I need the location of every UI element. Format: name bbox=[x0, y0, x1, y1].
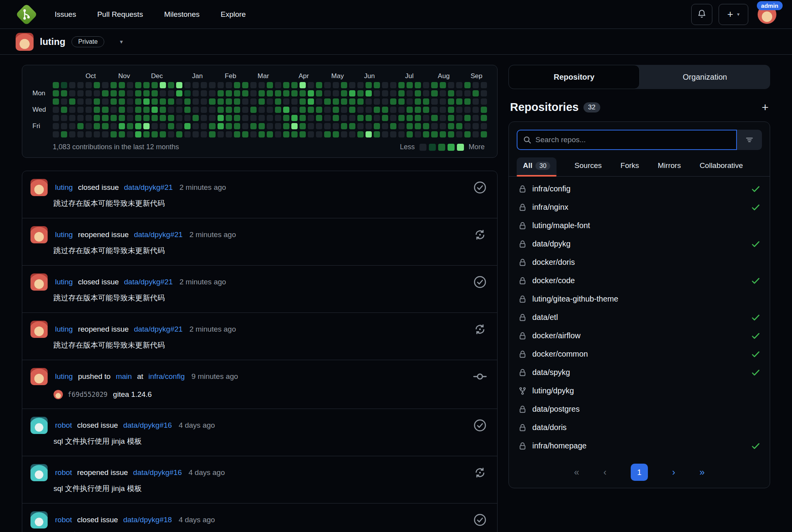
repo-link[interactable]: data/dpykg#21 bbox=[134, 230, 183, 239]
nav-link-explore[interactable]: Explore bbox=[221, 10, 246, 19]
add-repository-button[interactable]: + bbox=[762, 102, 769, 113]
heatmap-cell bbox=[184, 115, 191, 121]
user-avatar[interactable] bbox=[30, 179, 48, 196]
nav-link-issues[interactable]: Issues bbox=[55, 10, 76, 19]
repo-link[interactable]: data/dpykg#18 bbox=[123, 516, 172, 524]
heatmap-cell bbox=[77, 90, 84, 96]
pagination-prev-icon[interactable]: ‹ bbox=[603, 467, 606, 478]
heatmap-cell bbox=[119, 82, 125, 88]
commit-hash[interactable]: f69d552029 bbox=[68, 391, 107, 398]
switcher-tab-organization[interactable]: Organization bbox=[640, 65, 770, 89]
repo-link[interactable]: infra/config bbox=[532, 184, 571, 193]
heatmap-cell bbox=[201, 123, 207, 129]
repo-link[interactable]: data/dpykg#21 bbox=[124, 183, 173, 191]
repo-link[interactable]: data/postgres bbox=[532, 405, 580, 414]
user-avatar[interactable] bbox=[30, 368, 48, 385]
chevron-down-icon[interactable]: ▾ bbox=[120, 38, 123, 45]
repo-link[interactable]: luting/dpykg bbox=[532, 386, 574, 395]
user-link[interactable]: luting bbox=[55, 278, 73, 286]
nav-link-milestones[interactable]: Milestones bbox=[164, 10, 200, 19]
heatmap-cell bbox=[184, 107, 191, 113]
repo-link[interactable]: docker/common bbox=[532, 350, 588, 359]
repo-row[interactable]: luting/maple-font bbox=[509, 216, 770, 235]
pagination-last-icon[interactable]: » bbox=[699, 467, 705, 478]
user-link[interactable]: robot bbox=[55, 421, 72, 429]
repo-row[interactable]: luting/gitea-github-theme bbox=[509, 290, 770, 308]
user-link[interactable]: robot bbox=[55, 468, 72, 477]
user-link[interactable]: luting bbox=[55, 372, 73, 380]
user-avatar[interactable] bbox=[30, 417, 48, 434]
repo-link[interactable]: infra/homepage bbox=[532, 441, 587, 450]
repo-row[interactable]: data/spykg bbox=[509, 363, 770, 382]
repo-link[interactable]: data/dpykg#16 bbox=[123, 421, 172, 429]
repo-link[interactable]: data/dpykg#21 bbox=[124, 278, 173, 286]
user-menu[interactable]: admin bbox=[758, 5, 776, 24]
repo-row[interactable]: data/postgres bbox=[509, 400, 770, 418]
heatmap-cell bbox=[423, 98, 429, 105]
user-avatar[interactable] bbox=[30, 226, 48, 243]
notifications-button[interactable] bbox=[691, 4, 712, 25]
filter-tab-collaborative[interactable]: Collaborative bbox=[699, 157, 744, 176]
repo-filter-button[interactable] bbox=[737, 130, 762, 150]
repo-link[interactable]: docker/doris bbox=[532, 258, 575, 267]
repo-row[interactable]: docker/doris bbox=[509, 253, 770, 271]
repo-row[interactable]: docker/common bbox=[509, 345, 770, 363]
user-link[interactable]: luting bbox=[55, 230, 73, 239]
repo-row[interactable]: docker/code bbox=[509, 271, 770, 290]
heatmap-cell bbox=[308, 107, 314, 113]
repo-row[interactable]: infra/nginx bbox=[509, 198, 770, 216]
repo-row[interactable]: infra/homepage bbox=[509, 437, 770, 455]
user-link[interactable]: robot bbox=[55, 516, 72, 524]
repo-link[interactable]: data/dpykg#21 bbox=[134, 325, 183, 333]
user-link[interactable]: luting bbox=[55, 325, 73, 333]
avatar[interactable] bbox=[16, 33, 34, 51]
heatmap-cell bbox=[415, 123, 421, 129]
repo-row[interactable]: infra/config bbox=[509, 180, 770, 198]
branch-link[interactable]: main bbox=[116, 372, 132, 380]
repo-row[interactable]: data/etl bbox=[509, 308, 770, 327]
repo-link[interactable]: docker/airflow bbox=[532, 331, 580, 340]
filter-tab-sources[interactable]: Sources bbox=[574, 157, 603, 176]
heatmap-cell bbox=[102, 90, 108, 96]
repo-link[interactable]: infra/nginx bbox=[532, 203, 568, 212]
repo-link[interactable]: luting/maple-font bbox=[532, 221, 590, 230]
nav-link-pull-requests[interactable]: Pull Requests bbox=[97, 10, 143, 19]
heatmap-cell bbox=[77, 82, 84, 88]
commit-author-avatar[interactable] bbox=[54, 390, 63, 399]
repo-link[interactable]: infra/config bbox=[148, 372, 185, 380]
switcher-tab-repository[interactable]: Repository bbox=[508, 65, 640, 89]
heatmap-cell bbox=[423, 107, 429, 113]
repo-row[interactable]: data/doris bbox=[509, 418, 770, 437]
pagination-first-icon[interactable]: « bbox=[574, 467, 579, 478]
filter-tab-all[interactable]: All30 bbox=[517, 157, 557, 176]
pagination-current-page[interactable]: 1 bbox=[631, 464, 648, 481]
user-avatar[interactable] bbox=[30, 511, 48, 528]
gitea-logo[interactable] bbox=[16, 4, 37, 25]
user-avatar[interactable] bbox=[30, 321, 48, 338]
heatmap-cell bbox=[357, 90, 364, 96]
user-avatar[interactable] bbox=[30, 464, 48, 481]
user-link[interactable]: luting bbox=[55, 183, 73, 191]
repo-link[interactable]: docker/code bbox=[532, 276, 575, 285]
heatmap-cell bbox=[184, 98, 191, 105]
repo-row[interactable]: data/dpykg bbox=[509, 235, 770, 253]
heatmap-cell bbox=[168, 131, 174, 137]
repo-link[interactable]: data/spykg bbox=[532, 368, 570, 377]
filter-tab-mirrors[interactable]: Mirrors bbox=[657, 157, 681, 176]
repo-search-input[interactable] bbox=[535, 136, 731, 144]
filter-tab-forks[interactable]: Forks bbox=[620, 157, 640, 176]
pagination-next-icon[interactable]: › bbox=[672, 467, 675, 478]
repo-link[interactable]: data/dpykg bbox=[532, 239, 571, 248]
heatmap-cell bbox=[374, 90, 380, 96]
check-icon bbox=[751, 203, 760, 212]
repo-link[interactable]: data/etl bbox=[532, 313, 558, 322]
filter-label: Forks bbox=[621, 161, 639, 170]
create-new-button[interactable]: + ▾ bbox=[719, 4, 748, 25]
repo-row[interactable]: docker/airflow bbox=[509, 327, 770, 345]
repo-row[interactable]: luting/dpykg bbox=[509, 382, 770, 400]
user-avatar[interactable] bbox=[30, 273, 48, 291]
repo-link[interactable]: luting/gitea-github-theme bbox=[532, 295, 618, 303]
repo-link[interactable]: data/doris bbox=[532, 423, 567, 432]
repo-link[interactable]: data/dpykg#16 bbox=[133, 468, 182, 477]
username[interactable]: luting bbox=[40, 36, 65, 47]
